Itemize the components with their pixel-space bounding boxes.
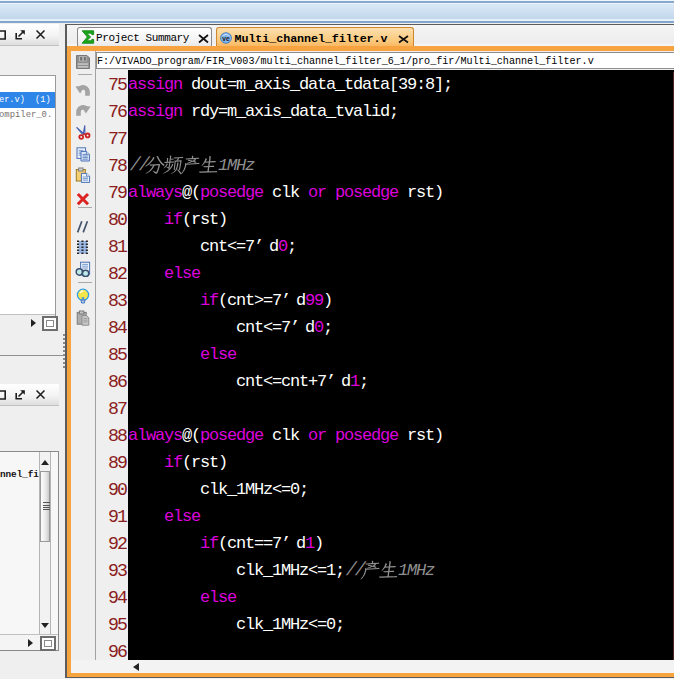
svg-text:ve: ve — [222, 35, 230, 42]
